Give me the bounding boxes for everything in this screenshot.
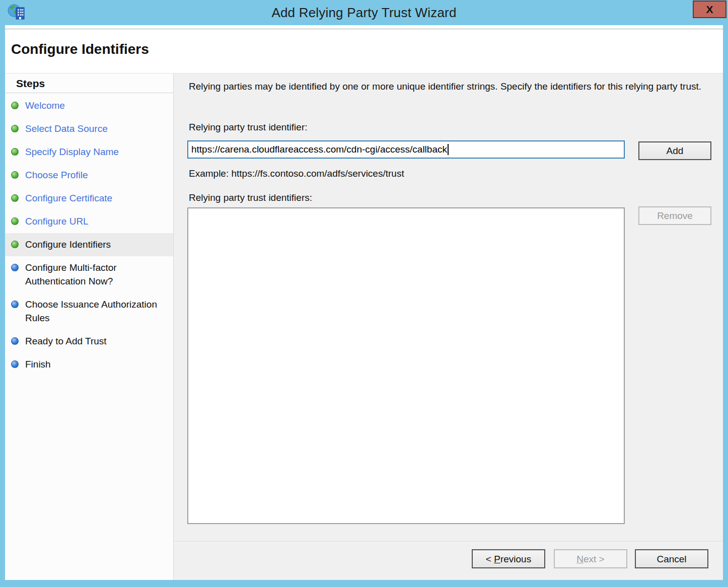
- step-current-icon: [11, 241, 19, 248]
- identifier-field-label: Relying party trust identifier:: [189, 122, 308, 133]
- example-text: Example: https://fs.contoso.com/adfs/ser…: [189, 168, 404, 179]
- page-title: Configure Identifiers: [11, 41, 149, 57]
- step-pending-icon: [11, 337, 19, 345]
- page-header: Configure Identifiers: [5, 25, 723, 74]
- step-done-icon: [11, 125, 19, 132]
- text-cursor: [448, 144, 449, 155]
- sidebar-step-ready-to-add-trust: Ready to Add Trust: [5, 330, 173, 353]
- identifier-input[interactable]: https://carena.cloudflareaccess.com/cdn-…: [187, 140, 625, 159]
- steps-heading: Steps: [5, 74, 173, 93]
- step-done-icon: [11, 171, 19, 179]
- remove-button[interactable]: Remove: [638, 206, 711, 225]
- sidebar-step-configure-identifiers[interactable]: Configure Identifiers: [5, 233, 173, 256]
- sidebar-step-configure-certificate[interactable]: Configure Certificate: [5, 187, 173, 210]
- sidebar-step-configure-url[interactable]: Configure URL: [5, 210, 173, 233]
- titlebar[interactable]: Add Relying Party Trust Wizard X: [0, 0, 728, 25]
- identifier-input-value: https://carena.cloudflareaccess.com/cdn-…: [191, 144, 447, 155]
- sidebar-step-configure-mfa: Configure Multi-factor Authentication No…: [5, 256, 173, 293]
- cancel-button[interactable]: Cancel: [635, 549, 708, 568]
- step-pending-icon: [11, 301, 19, 308]
- page-description: Relying parties may be identified by one…: [189, 80, 707, 93]
- wizard-window: Add Relying Party Trust Wizard X Configu…: [0, 0, 728, 587]
- step-done-icon: [11, 102, 19, 109]
- step-done-icon: [11, 194, 19, 202]
- sidebar-step-select-data-source[interactable]: Select Data Source: [5, 117, 173, 140]
- step-done-icon: [11, 217, 19, 225]
- close-icon: X: [706, 4, 713, 15]
- add-button[interactable]: Add: [638, 141, 711, 160]
- steps-list: Welcome Select Data Source Specify Displ…: [5, 93, 173, 376]
- previous-button[interactable]: < Previous: [472, 549, 545, 568]
- main-panel: Relying parties may be identified by one…: [174, 74, 723, 580]
- close-button[interactable]: X: [693, 1, 726, 18]
- sidebar-step-finish: Finish: [5, 353, 173, 376]
- step-pending-icon: [11, 360, 19, 368]
- identifiers-list-label: Relying party trust identifiers:: [189, 192, 312, 203]
- identifiers-listbox[interactable]: [187, 207, 625, 524]
- step-done-icon: [11, 148, 19, 156]
- sidebar-step-choose-profile[interactable]: Choose Profile: [5, 164, 173, 187]
- step-pending-icon: [11, 264, 19, 271]
- sidebar-step-welcome[interactable]: Welcome: [5, 94, 173, 117]
- window-title: Add Relying Party Trust Wizard: [0, 0, 728, 25]
- next-button[interactable]: Next >: [554, 549, 627, 568]
- wizard-chrome: Configure Identifiers Steps Welcome Sele…: [5, 25, 723, 580]
- wizard-button-bar: < Previous Next > Cancel: [174, 541, 723, 580]
- steps-sidebar: Steps Welcome Select Data Source Specify…: [5, 74, 174, 580]
- sidebar-step-choose-issuance-rules: Choose Issuance Authorization Rules: [5, 293, 173, 330]
- sidebar-step-specify-display-name[interactable]: Specify Display Name: [5, 140, 173, 164]
